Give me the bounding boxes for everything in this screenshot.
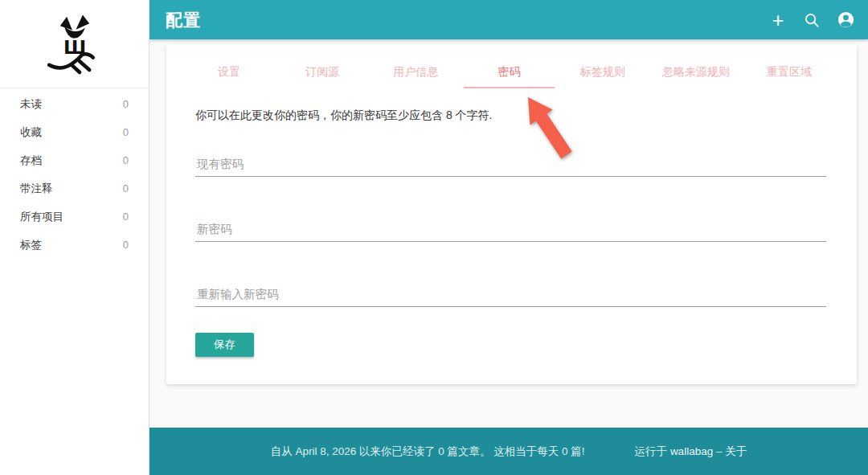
repeat-password-field-group — [195, 282, 826, 307]
tab-user-info[interactable]: 用户信息 — [369, 44, 462, 88]
sidebar-item-label: 收藏 — [20, 125, 42, 140]
current-password-input[interactable] — [195, 152, 826, 177]
account-circle-icon — [837, 10, 855, 29]
footer: 自从 April 8, 2026 以来你已经读了 0 篇文章。 这相当于每天 0… — [149, 428, 868, 475]
sidebar-item-count: 0 — [123, 239, 129, 251]
sidebar-item-label: 带注释 — [20, 182, 53, 196]
logo-block[interactable]: Ш — [0, 0, 149, 88]
about-link[interactable]: 关于 — [725, 445, 747, 457]
sidebar-item-tags[interactable]: 标签 0 — [0, 231, 149, 259]
config-tabs: 设置 订阅源 用户信息 密码 标签规则 忽略来源规则 重置区域 — [182, 44, 836, 88]
tab-reset-area[interactable]: 重置区域 — [743, 44, 836, 88]
tab-password[interactable]: 密码 — [462, 44, 555, 88]
sidebar-item-unread[interactable]: 未读 0 — [0, 90, 149, 118]
page-title: 配置 — [166, 9, 201, 31]
search-button[interactable] — [802, 10, 821, 30]
wallabag-config-page: Ш 未读 0 收藏 0 存档 0 — [0, 0, 868, 475]
sidebar: Ш 未读 0 收藏 0 存档 0 — [0, 0, 149, 475]
powered-prefix: 运行于 — [635, 445, 668, 457]
main-area: 设置 订阅源 用户信息 密码 标签规则 忽略来源规则 重置区域 你可以在此更改你… — [149, 39, 868, 428]
tab-settings[interactable]: 设置 — [182, 44, 276, 88]
wallabag-logo-icon: Ш — [44, 10, 105, 79]
save-button[interactable]: 保存 — [195, 333, 254, 357]
powered-separator: – — [716, 445, 723, 457]
sidebar-item-count: 0 — [123, 211, 129, 223]
sidebar-item-starred[interactable]: 收藏 0 — [0, 118, 149, 146]
current-password-field-group — [195, 152, 826, 177]
tab-tagging-rules[interactable]: 标签规则 — [556, 44, 649, 88]
search-icon — [803, 11, 821, 29]
password-tab-panel: 你可以在此更改你的密码，你的新密码至少应包含 8 个字符. 保存 — [166, 107, 857, 357]
sidebar-item-label: 所有项目 — [20, 210, 63, 224]
sidebar-item-label: 存档 — [20, 154, 42, 168]
sidebar-item-archive[interactable]: 存档 0 — [0, 146, 149, 174]
footer-powered-by: 运行于 wallabag – 关于 — [635, 444, 747, 459]
sidebar-item-count: 0 — [123, 98, 129, 110]
sidebar-item-annotated[interactable]: 带注释 0 — [0, 174, 149, 203]
top-app-bar: 配置 + — [149, 0, 868, 39]
repeat-new-password-input[interactable] — [195, 282, 826, 307]
add-entry-button[interactable]: + — [768, 10, 788, 30]
plus-icon: + — [772, 10, 784, 30]
tab-feeds[interactable]: 订阅源 — [276, 44, 369, 88]
sidebar-nav: 未读 0 收藏 0 存档 0 带注释 0 所有项目 0 标签 0 — [0, 88, 149, 259]
new-password-input[interactable] — [195, 217, 826, 242]
sidebar-item-count: 0 — [123, 126, 129, 138]
sidebar-item-label: 未读 — [20, 97, 42, 112]
wallabag-link[interactable]: wallabag — [670, 445, 713, 457]
footer-stats: 自从 April 8, 2026 以来你已经读了 0 篇文章。 这相当于每天 0… — [271, 444, 585, 459]
account-button[interactable] — [836, 10, 855, 30]
sidebar-item-count: 0 — [123, 154, 129, 166]
new-password-field-group — [195, 217, 826, 242]
sidebar-item-count: 0 — [123, 182, 129, 195]
password-description: 你可以在此更改你的密码，你的新密码至少应包含 8 个字符. — [195, 107, 826, 123]
sidebar-item-label: 标签 — [20, 238, 42, 252]
sidebar-item-all-entries[interactable]: 所有项目 0 — [0, 203, 149, 231]
config-card: 设置 订阅源 用户信息 密码 标签规则 忽略来源规则 重置区域 你可以在此更改你… — [166, 44, 857, 384]
tab-ignore-origin-rules[interactable]: 忽略来源规则 — [649, 44, 743, 88]
